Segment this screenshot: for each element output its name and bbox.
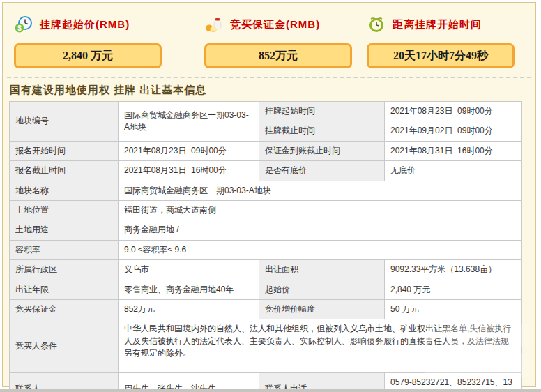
cell-signup-end-label: 报名截止时间 [10,161,119,181]
card-start-price-header: $ 挂牌起始价(RMB) [14,13,162,36]
cell-bidder-conditions-label: 竞买人条件 [10,319,119,373]
card-countdown-header: 距离挂牌开始时间 [367,13,515,36]
cell-parcel-name-value: 国际商贸城金融商务区一期03-03-A地块 [119,181,522,200]
deposit-label: 竞买保证金(RMB) [230,18,320,31]
cell-reserve-price-value: 无底价 [385,161,522,181]
cell-tenure-label: 出让年限 [10,280,119,299]
cell-increment-value: 50 万元 [385,299,522,319]
cell-land-location-value: 福田街道，商城大道南侧 [119,200,522,220]
countdown-label: 距离挂牌开始时间 [393,18,482,31]
cell-land-location-label: 土地位置 [10,200,119,220]
cell-district-value: 义乌市 [119,260,259,280]
cell-signup-start-label: 报名开始时间 [10,141,119,160]
card-countdown: 距离挂牌开始时间 20天17小时7分49秒 [367,13,515,68]
table-row: 土地用途 商务金融用地 / [10,220,522,240]
svg-text:$: $ [17,24,22,32]
clock-money-icon: $ [14,15,33,34]
cell-tenure-value: 零售商业、商务金融用地40年 [119,280,259,299]
card-deposit-header: 竞买保证金(RMB) [204,13,352,36]
table-row: 报名截止时间 2021年08月31日 16时00分 是否有底价 无底价 [10,161,522,181]
cell-area-label: 出让面积 [259,260,385,280]
cell-bid-deposit-value: 852万元 [119,299,259,319]
section-title: 国有建设用地使用权 挂牌 出让基本信息 [10,84,535,97]
cell-deposit-deadline-value: 2021年08月31日 16时00分 [385,141,522,160]
cell-listing-end-label: 挂牌截止时间 [259,121,385,141]
cell-land-use-label: 土地用途 [10,220,119,240]
cell-plot-ratio-value: 9.0 ≤容积率≤ 9.6 [119,240,522,259]
table-row: 地块编号 国际商贸城金融商务区一期03-03-A地块 挂牌起始时间 2021年0… [10,102,522,121]
cell-district-label: 所属行政区 [10,260,119,280]
table-row: 土地位置 福田街道，商城大道南侧 [10,200,522,220]
card-deposit: 竞买保证金(RMB) 852万元 [204,13,352,68]
cell-listing-end-value: 2021年09月02日 09时00分 [385,121,522,141]
table-row: 容积率 9.0 ≤容积率≤ 9.6 [10,240,522,259]
cell-start-price-label: 起始价 [259,280,385,299]
countdown-value: 20天17小时7分49秒 [367,43,515,68]
summary-cards: $ 挂牌起始价(RMB) 2,840 万元 竞买保证金( [3,3,535,68]
bottom-border-band [0,389,541,392]
cell-increment-label: 竞价增价幅度 [259,299,385,319]
deposit-value: 852万元 [204,43,352,68]
cell-parcel-name-label: 地块名称 [10,181,119,200]
cell-listing-start-value: 2021年08月23日 09时00分 [385,102,522,121]
start-price-label: 挂牌起始价(RMB) [40,18,130,31]
cell-signup-end-value: 2021年08月31日 16时00分 [119,161,259,181]
cell-reserve-price-label: 是否有底价 [259,161,385,181]
table-row: 所属行政区 义乌市 出让面积 9092.33平方米（13.638亩） [10,260,522,280]
cell-signup-start-value: 2021年08月23日 09时00分 [119,141,259,160]
table-row: 报名开始时间 2021年08月23日 09时00分 保证金到账截止时间 2021… [10,141,522,160]
cell-bidder-conditions-value: 中华人民共和国境内外的自然人、法人和其他组织，但被列入义乌市土地、矿业权出让黑名… [119,319,522,373]
listing-info-table: 地块编号 国际商贸城金融商务区一期03-03-A地块 挂牌起始时间 2021年0… [9,101,522,392]
cell-parcel-no-value: 国际商贸城金融商务区一期03-03-A地块 [119,102,259,142]
cell-land-use-value: 商务金融用地 / [119,220,522,240]
table-row: 竞买人条件 中华人民共和国境内外的自然人、法人和其他组织，但被列入义乌市土地、矿… [10,319,522,373]
table-row: 地块名称 国际商贸城金融商务区一期03-03-A地块 [10,181,522,200]
cell-listing-start-label: 挂牌起始时间 [259,102,385,121]
cell-start-price-value: 2,840 万元 [385,280,522,299]
cell-bid-deposit-label: 竞买保证金 [10,299,119,319]
money-bag-icon [204,15,224,34]
cell-plot-ratio-label: 容积率 [10,240,119,259]
alarm-clock-icon [367,15,386,34]
card-start-price: $ 挂牌起始价(RMB) 2,840 万元 [14,13,162,68]
start-price-value: 2,840 万元 [14,43,162,68]
table-row: 竞买保证金 852万元 竞价增价幅度 50 万元 [10,299,522,319]
listing-panel: $ 挂牌起始价(RMB) 2,840 万元 竞买保证金( [2,2,536,387]
dashed-separator [7,77,531,78]
table-row: 出让年限 零售商业、商务金融用地40年 起始价 2,840 万元 [10,280,522,299]
cell-area-value: 9092.33平方米（13.638亩） [385,260,522,280]
cell-deposit-deadline-label: 保证金到账截止时间 [259,141,385,160]
cell-parcel-no-label: 地块编号 [10,102,119,142]
